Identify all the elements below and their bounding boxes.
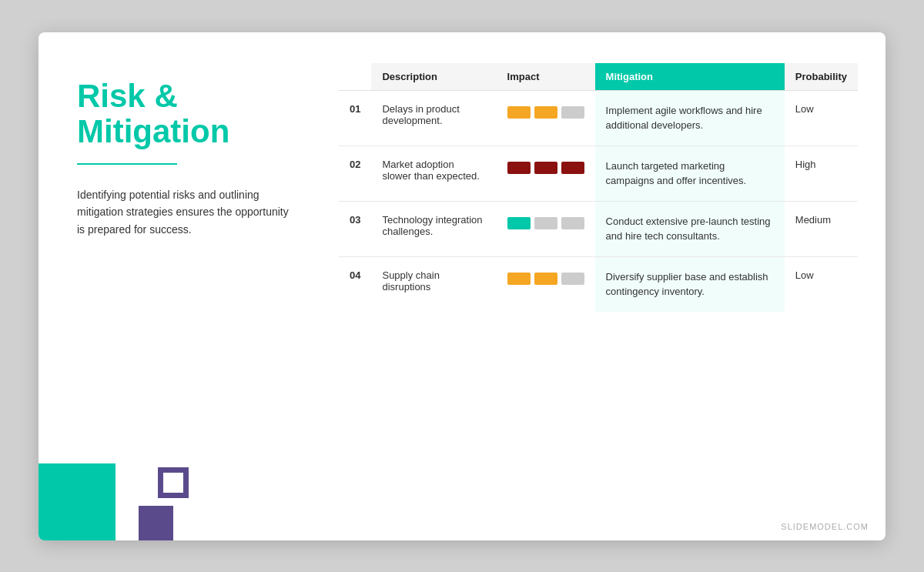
- title-divider: [77, 163, 177, 165]
- table-row: 03Technology integration challenges.Cond…: [339, 201, 858, 256]
- impact-bar: [534, 273, 557, 285]
- row-description: Market adoption slower than expected.: [371, 146, 496, 201]
- row-description: Technology integration challenges.: [371, 201, 496, 256]
- impact-bar: [507, 106, 531, 119]
- deco-purple-bottom: [139, 506, 173, 540]
- row-impact: [497, 256, 595, 312]
- row-probability: Low: [785, 90, 858, 146]
- th-mitigation: Mitigation: [595, 63, 785, 91]
- row-probability: Low: [785, 256, 858, 312]
- impact-bar: [507, 273, 531, 285]
- th-probability: Probability: [785, 63, 858, 91]
- th-impact: Impact: [497, 63, 595, 91]
- impact-bar: [561, 217, 584, 229]
- row-mitigation: Diversify supplier base and establish co…: [595, 256, 785, 312]
- table-row: 02Market adoption slower than expected.L…: [339, 146, 858, 201]
- row-probability: Medium: [785, 201, 858, 256]
- row-mitigation: Conduct extensive pre-launch testing and…: [595, 201, 785, 256]
- row-impact: [497, 201, 595, 256]
- impact-bar: [561, 162, 584, 174]
- row-description: Supply chain disruptions: [371, 256, 496, 312]
- row-impact: [497, 146, 595, 201]
- deco-purple-outline-square: [158, 467, 189, 498]
- row-number: 04: [339, 256, 371, 312]
- row-probability: High: [785, 146, 858, 201]
- deco-inner-white: [163, 473, 183, 493]
- slide-description: Identifying potential risks and outlinin…: [77, 186, 293, 238]
- row-impact: [497, 90, 595, 146]
- impact-bar: [507, 217, 531, 229]
- row-description: Delays in product development.: [371, 90, 496, 146]
- row-mitigation: Implement agile workflows and hire addit…: [595, 90, 785, 146]
- impact-bar: [561, 106, 584, 119]
- left-panel: Risk &Mitigation Identifying potential r…: [38, 32, 323, 540]
- row-number: 01: [339, 90, 371, 146]
- row-number: 03: [339, 201, 371, 256]
- risk-table: Description Impact Mitigation Probabilit…: [339, 63, 858, 312]
- table-row: 04Supply chain disruptionsDiversify supp…: [339, 256, 858, 312]
- right-panel: Description Impact Mitigation Probabilit…: [323, 32, 886, 540]
- th-description: Description: [371, 63, 496, 91]
- impact-bar: [534, 217, 557, 229]
- impact-bar: [534, 162, 557, 174]
- deco-teal-square: [38, 463, 116, 540]
- table-row: 01Delays in product development.Implemen…: [339, 90, 858, 146]
- impact-bar: [534, 106, 557, 119]
- row-mitigation: Launch targeted marketing campaigns and …: [595, 146, 785, 201]
- slide: Risk &Mitigation Identifying potential r…: [38, 32, 886, 540]
- row-number: 02: [339, 146, 371, 201]
- credit-text: SLIDEMODEL.COM: [781, 522, 869, 531]
- impact-bar: [507, 162, 531, 174]
- th-number: [339, 63, 371, 91]
- impact-bar: [561, 273, 584, 285]
- slide-title: Risk &Mitigation: [77, 79, 293, 149]
